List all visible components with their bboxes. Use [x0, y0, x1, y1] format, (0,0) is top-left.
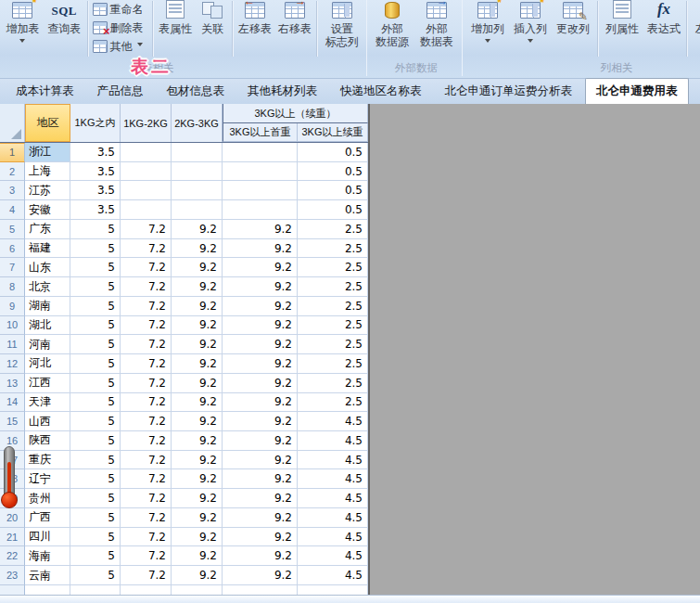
select-all-corner[interactable]: [0, 104, 25, 142]
row-number[interactable]: 14: [0, 393, 25, 413]
value-cell-2-3kg[interactable]: 9.2: [172, 546, 223, 566]
value-cell-over3kg-cont[interactable]: 4.5: [298, 566, 368, 585]
value-cell-over3kg-cont[interactable]: 4.5: [298, 431, 368, 451]
value-cell-1-2kg[interactable]: 7.2: [121, 393, 172, 413]
value-cell-1kg[interactable]: 5: [70, 297, 121, 316]
value-cell-over3kg-cont[interactable]: 0.5: [298, 200, 368, 220]
value-cell-1kg[interactable]: 5: [70, 374, 121, 393]
sheet-tab[interactable]: 产品信息: [87, 80, 154, 103]
insert-column-button[interactable]: * 插入列: [510, 0, 551, 45]
value-cell-2-3kg[interactable]: 9.2: [172, 412, 223, 431]
region-cell[interactable]: 广东: [25, 220, 70, 239]
value-cell-over3kg-first[interactable]: 9.2: [223, 374, 298, 393]
value-cell-over3kg-first[interactable]: 9.2: [223, 393, 298, 413]
value-cell-1-2kg[interactable]: 7.2: [121, 354, 172, 374]
value-cell-over3kg-first[interactable]: [223, 181, 298, 200]
value-cell-over3kg-first[interactable]: [223, 143, 298, 162]
value-cell-2-3kg[interactable]: 9.2: [172, 316, 223, 336]
value-cell-2-3kg[interactable]: 9.2: [172, 258, 223, 277]
row-number[interactable]: 2: [0, 162, 25, 182]
row-number[interactable]: 10: [0, 316, 25, 336]
value-cell-2-3kg[interactable]: 9.2: [172, 508, 223, 528]
value-cell-2-3kg[interactable]: 9.2: [172, 354, 223, 374]
region-cell[interactable]: 上海: [25, 162, 70, 182]
row-number[interactable]: 23: [0, 566, 25, 585]
region-cell[interactable]: 海南: [25, 546, 70, 566]
value-cell-1kg[interactable]: 5: [70, 412, 121, 431]
region-cell[interactable]: 广西: [25, 508, 70, 528]
value-cell-1-2kg[interactable]: [121, 200, 172, 220]
value-cell-1kg[interactable]: 5: [70, 451, 121, 470]
row-number[interactable]: 22: [0, 546, 25, 566]
region-cell[interactable]: 江苏: [25, 181, 70, 200]
value-cell-1-2kg[interactable]: 7.2: [121, 220, 172, 239]
region-cell[interactable]: 辽宁: [25, 469, 70, 489]
row-number[interactable]: 11: [0, 335, 25, 354]
region-cell[interactable]: 江西: [25, 374, 70, 393]
value-cell-2-3kg[interactable]: 9.2: [172, 469, 223, 489]
value-cell-1kg[interactable]: 5: [70, 335, 121, 354]
region-cell[interactable]: [25, 585, 70, 595]
sheet-tab[interactable]: 其他耗材列表: [237, 80, 327, 103]
value-cell-over3kg-cont[interactable]: 0.5: [298, 181, 368, 200]
value-cell-1-2kg[interactable]: 7.2: [121, 277, 172, 297]
sheet-tab[interactable]: 包材信息表: [157, 80, 235, 103]
value-cell-over3kg-cont[interactable]: 2.5: [298, 258, 368, 277]
value-cell-1-2kg[interactable]: 7.2: [121, 489, 172, 508]
value-cell-1kg[interactable]: 3.5: [70, 181, 121, 200]
move-table-left-button[interactable]: ← 左移表: [235, 0, 275, 35]
value-cell-over3kg-cont[interactable]: 4.5: [298, 508, 368, 528]
value-cell-over3kg-first[interactable]: [223, 200, 298, 220]
external-data-source-button[interactable]: 外部 数据源: [370, 0, 414, 48]
region-cell[interactable]: 湖南: [25, 297, 70, 316]
value-cell-1-2kg[interactable]: [121, 585, 172, 595]
value-cell-over3kg-cont[interactable]: 2.5: [298, 239, 368, 259]
value-cell-over3kg-first[interactable]: 9.2: [223, 220, 298, 239]
region-cell[interactable]: 北京: [25, 277, 70, 297]
value-cell-1kg[interactable]: 5: [70, 469, 121, 489]
value-cell-1-2kg[interactable]: 7.2: [121, 297, 172, 316]
sheet-tab[interactable]: 北仑申通订单运费分析表: [435, 80, 583, 103]
row-number[interactable]: 15: [0, 412, 25, 431]
move-column-left-button[interactable]: ← 左移列: [690, 0, 700, 35]
row-number[interactable]: 21: [0, 528, 25, 547]
column-header-1-2kg[interactable]: 1KG-2KG: [121, 104, 172, 142]
value-cell-over3kg-cont[interactable]: 0.5: [298, 143, 368, 162]
value-cell-over3kg-cont[interactable]: 2.5: [298, 374, 368, 393]
value-cell-2-3kg[interactable]: [172, 143, 223, 162]
value-cell-over3kg-cont[interactable]: 2.5: [298, 297, 368, 316]
column-header-over3kg-group[interactable]: 3KG以上（续重）: [223, 104, 368, 123]
region-cell[interactable]: 河北: [25, 354, 70, 374]
value-cell-over3kg-first[interactable]: 9.2: [223, 566, 298, 585]
value-cell-1-2kg[interactable]: 7.2: [121, 335, 172, 354]
row-number[interactable]: 13: [0, 374, 25, 393]
value-cell-1kg[interactable]: 3.5: [70, 200, 121, 220]
region-cell[interactable]: 陕西: [25, 431, 70, 451]
value-cell-2-3kg[interactable]: [172, 200, 223, 220]
region-cell[interactable]: 四川: [25, 528, 70, 547]
value-cell-2-3kg[interactable]: 9.2: [172, 335, 223, 354]
value-cell-2-3kg[interactable]: 9.2: [172, 451, 223, 470]
row-number[interactable]: 7: [0, 258, 25, 277]
value-cell-over3kg-cont[interactable]: 2.5: [298, 354, 368, 374]
value-cell-1kg[interactable]: 5: [70, 354, 121, 374]
value-cell-over3kg-first[interactable]: 9.2: [223, 239, 298, 259]
value-cell-1kg[interactable]: 5: [70, 508, 121, 528]
row-number[interactable]: 1: [0, 143, 25, 162]
row-number[interactable]: 20: [0, 508, 25, 528]
delete-table-button[interactable]: × 删除表: [91, 19, 150, 37]
value-cell-2-3kg[interactable]: 9.2: [172, 528, 223, 547]
value-cell-over3kg-first[interactable]: 9.2: [223, 508, 298, 528]
external-data-table-button[interactable]: → 外部 数据表: [414, 0, 459, 48]
add-column-button[interactable]: * 增加列: [465, 0, 510, 45]
value-cell-1-2kg[interactable]: [121, 162, 172, 182]
value-cell-2-3kg[interactable]: 9.2: [172, 431, 223, 451]
row-number[interactable]: 9: [0, 297, 25, 316]
value-cell-over3kg-cont[interactable]: 0.5: [298, 162, 368, 182]
value-cell-1-2kg[interactable]: 7.2: [121, 258, 172, 277]
value-cell-1-2kg[interactable]: 7.2: [121, 412, 172, 431]
value-cell-over3kg-cont[interactable]: 4.5: [298, 412, 368, 431]
value-cell-over3kg-first[interactable]: 9.2: [223, 258, 298, 277]
rename-table-button[interactable]: 重命名: [91, 0, 150, 19]
value-cell-2-3kg[interactable]: 9.2: [172, 489, 223, 508]
